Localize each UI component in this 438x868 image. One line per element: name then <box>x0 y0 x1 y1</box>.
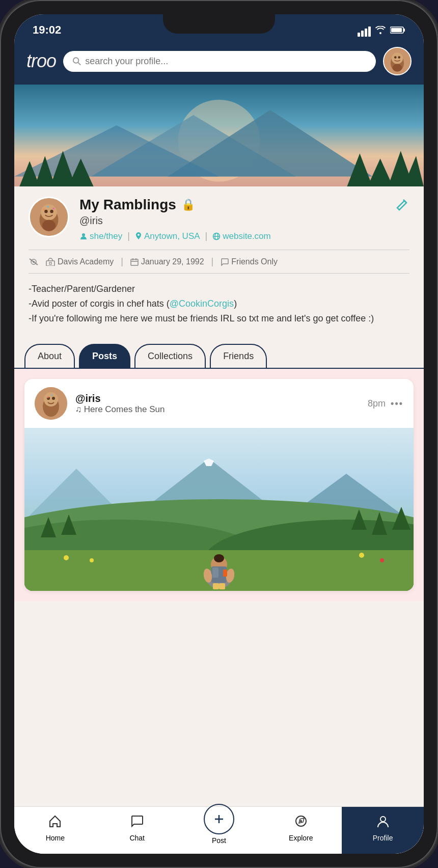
nav-chat[interactable]: Chat <box>96 807 178 854</box>
svg-point-3 <box>73 58 79 63</box>
location-icon <box>135 232 142 240</box>
bottom-nav: Home Chat Post <box>14 806 424 854</box>
svg-rect-77 <box>213 583 219 589</box>
svg-rect-78 <box>219 583 225 589</box>
posts-area: @iris ♫ Here Comes the Sun 8pm ••• <box>14 369 424 601</box>
profile-meta: she/they | Anytown, USA | website.com <box>79 231 385 241</box>
svg-point-85 <box>380 817 386 822</box>
chat-icon <box>221 258 229 266</box>
header-avatar[interactable] <box>383 47 412 75</box>
svg-rect-1 <box>403 29 405 32</box>
profile-name-row: My Ramblings 🔒 <box>79 197 385 213</box>
post-username: @iris <box>75 393 360 404</box>
svg-point-64 <box>380 558 384 562</box>
visibility-item <box>29 258 39 266</box>
svg-rect-79 <box>223 569 227 577</box>
screen-content: 19:02 tr <box>14 14 424 854</box>
svg-point-9 <box>398 56 400 59</box>
home-icon <box>48 814 62 832</box>
post-button[interactable] <box>204 804 234 834</box>
post-header: @iris ♫ Here Comes the Sun 8pm ••• <box>24 379 414 428</box>
post-time-menu: 8pm ••• <box>368 398 403 409</box>
post-user-info: @iris ♫ Here Comes the Sun <box>75 393 360 415</box>
notch <box>163 14 275 34</box>
birthday-text: January 29, 1992 <box>141 257 204 266</box>
profile-info: My Ramblings 🔒 @iris she/they | <box>79 197 385 241</box>
bio-line3: -If you're following me here we must be … <box>29 311 409 326</box>
sep2: | <box>205 231 208 241</box>
svg-point-63 <box>359 553 364 558</box>
chat-nav-icon <box>130 814 144 832</box>
school-icon <box>46 258 55 266</box>
status-icons <box>358 26 405 37</box>
post-time: 8pm <box>368 398 386 409</box>
more-menu-button[interactable]: ••• <box>391 398 403 409</box>
app-header: troo <box>14 41 424 85</box>
battery-icon <box>390 26 405 37</box>
divider-1 <box>29 250 409 250</box>
svg-point-38 <box>33 261 35 263</box>
birthday-item: January 29, 1992 <box>130 257 204 266</box>
status-time: 19:02 <box>33 23 61 37</box>
search-bar[interactable] <box>63 51 376 72</box>
pronouns-text: she/they <box>90 231 122 241</box>
location-item: Anytown, USA <box>135 231 200 241</box>
svg-point-84 <box>300 820 302 822</box>
secondary-meta: Davis Academy | January 29, 1992 | Frien… <box>29 256 409 267</box>
website-text: website.com <box>223 231 270 241</box>
svg-line-4 <box>78 62 80 65</box>
svg-point-26 <box>41 204 57 220</box>
profile-header: My Ramblings 🔒 @iris she/they | <box>29 197 409 241</box>
svg-point-8 <box>394 56 397 59</box>
lock-icon: 🔒 <box>181 198 195 211</box>
svg-point-33 <box>82 233 85 236</box>
svg-point-10 <box>393 64 402 72</box>
post-image <box>24 428 414 591</box>
sep3: | <box>121 256 123 267</box>
profile-section: My Ramblings 🔒 @iris she/they | <box>14 186 424 336</box>
tab-posts[interactable]: Posts <box>79 344 130 368</box>
svg-rect-74 <box>212 567 218 578</box>
tab-about[interactable]: About <box>24 344 75 368</box>
friends-only-item: Friends Only <box>221 257 278 266</box>
nav-profile[interactable]: Profile <box>342 807 424 854</box>
wifi-icon <box>375 26 386 37</box>
profile-nav-icon <box>376 814 390 832</box>
bio: -Teacher/Parent/Gardener -Avid poster of… <box>29 282 409 326</box>
nav-home[interactable]: Home <box>14 807 96 854</box>
friends-only-text: Friends Only <box>231 257 278 266</box>
username: @iris <box>79 215 385 227</box>
nav-home-label: Home <box>46 834 65 842</box>
pronouns-item: she/they <box>79 231 122 241</box>
svg-point-27 <box>44 210 47 213</box>
hidden-icon <box>29 258 39 266</box>
nav-post-label: Post <box>212 836 226 845</box>
post-song: ♫ Here Comes the Sun <box>75 404 360 415</box>
bio-link[interactable]: @CookinCorgis <box>170 299 234 309</box>
school-item: Davis Academy <box>46 257 114 266</box>
svg-point-62 <box>90 558 94 562</box>
tab-collections[interactable]: Collections <box>134 344 206 368</box>
edit-button[interactable] <box>395 197 409 214</box>
search-input[interactable] <box>85 56 367 67</box>
plus-icon <box>212 812 226 826</box>
location-text: Anytown, USA <box>144 231 200 241</box>
tab-friends[interactable]: Friends <box>210 344 267 368</box>
nav-post[interactable]: Post <box>178 807 260 854</box>
svg-point-49 <box>52 397 55 400</box>
svg-point-50 <box>47 396 49 398</box>
calendar-icon <box>130 258 139 266</box>
svg-point-61 <box>64 555 69 560</box>
svg-point-29 <box>42 220 56 231</box>
signal-icon <box>358 26 371 37</box>
music-icon: ♫ <box>75 404 82 415</box>
bio-line2: -Avid poster of corgis in chef hats (@Co… <box>29 296 409 311</box>
svg-point-32 <box>52 208 54 210</box>
svg-point-28 <box>50 210 53 213</box>
nav-explore[interactable]: Explore <box>260 807 342 854</box>
svg-point-51 <box>51 395 53 396</box>
svg-point-31 <box>47 206 49 208</box>
app-logo: troo <box>26 50 56 72</box>
sep1: | <box>127 231 130 241</box>
svg-point-30 <box>43 208 45 210</box>
